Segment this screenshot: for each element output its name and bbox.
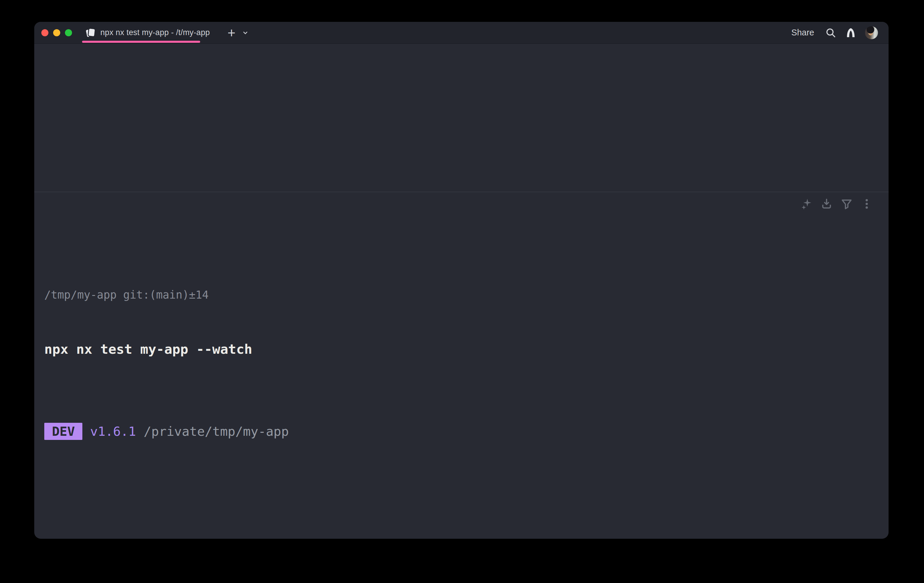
dev-badge: DEV (44, 423, 82, 440)
new-tab-button[interactable]: + (226, 26, 238, 40)
active-tab-indicator (82, 41, 200, 43)
command-block: /tmp/my-app git:(main)±14 npx nx test my… (34, 192, 889, 539)
sparkles-icon[interactable] (799, 197, 813, 211)
pages-icon (86, 28, 95, 37)
shell-prompt: /tmp/my-app git:(main)±14 (44, 288, 871, 302)
tab-title: npx nx test my-app - /t/my-app (101, 28, 210, 37)
test-tree: ✓src/app/app.component.spec.ts (3) ✓AppC… (44, 508, 871, 539)
chevron-down-icon[interactable] (241, 29, 249, 36)
tabbar-right-cluster: Share (792, 26, 878, 39)
minimize-button[interactable] (53, 29, 60, 36)
traffic-lights (41, 29, 72, 36)
active-tab[interactable]: npx nx test my-app - /t/my-app (86, 22, 218, 44)
project-path: /private/tmp/my-app (144, 424, 289, 439)
zoom-button[interactable] (65, 29, 72, 36)
block-actions (799, 197, 874, 211)
warp-logo-icon[interactable] (845, 27, 856, 38)
terminal-scrollback (34, 44, 889, 192)
tab-bar: npx nx test my-app - /t/my-app + Share (34, 22, 889, 44)
download-icon[interactable] (820, 197, 834, 211)
vitest-version: v1.6.1 (90, 424, 136, 439)
kebab-menu-icon[interactable] (860, 197, 874, 211)
filter-icon[interactable] (840, 197, 854, 211)
close-button[interactable] (41, 29, 48, 36)
share-button[interactable]: Share (792, 28, 814, 38)
search-icon[interactable] (825, 27, 837, 39)
command-text: npx nx test my-app --watch (44, 341, 871, 358)
avatar[interactable] (865, 26, 878, 39)
terminal-window: npx nx test my-app - /t/my-app + Share (34, 22, 889, 539)
vitest-dev-line: DEVv1.6.1/private/tmp/my-app (44, 423, 871, 440)
